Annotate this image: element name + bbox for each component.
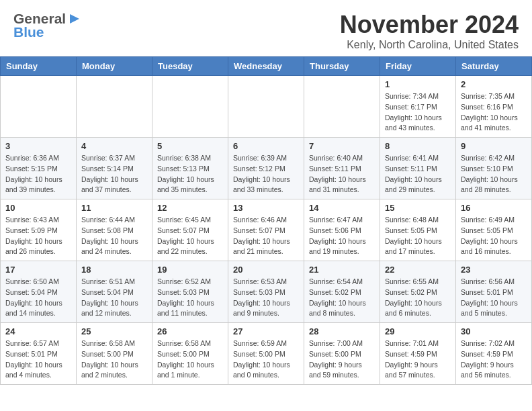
day-number: 30 <box>461 326 527 336</box>
day-info: Sunrise: 6:38 AM Sunset: 5:13 PM Dayligh… <box>157 153 223 195</box>
day-number: 13 <box>233 203 299 213</box>
logo-blue: Blue <box>13 24 44 40</box>
weekday-header: Thursday <box>304 57 380 76</box>
calendar-cell: 23Sunrise: 6:56 AM Sunset: 5:01 PM Dayli… <box>456 261 532 323</box>
day-info: Sunrise: 6:47 AM Sunset: 5:06 PM Dayligh… <box>309 215 375 257</box>
calendar-cell: 27Sunrise: 6:59 AM Sunset: 5:00 PM Dayli… <box>228 323 304 385</box>
calendar-cell: 28Sunrise: 7:00 AM Sunset: 5:00 PM Dayli… <box>304 323 380 385</box>
calendar-cell: 25Sunrise: 6:58 AM Sunset: 5:00 PM Dayli… <box>77 323 152 385</box>
day-info: Sunrise: 7:01 AM Sunset: 4:59 PM Dayligh… <box>385 338 451 381</box>
day-number: 21 <box>309 265 375 275</box>
logo-arrow-icon <box>67 11 82 26</box>
calendar-cell: 19Sunrise: 6:52 AM Sunset: 5:03 PM Dayli… <box>152 261 228 323</box>
day-number: 20 <box>233 265 299 275</box>
day-info: Sunrise: 6:48 AM Sunset: 5:05 PM Dayligh… <box>385 215 451 257</box>
day-info: Sunrise: 6:49 AM Sunset: 5:05 PM Dayligh… <box>461 215 527 257</box>
day-number: 3 <box>5 141 71 151</box>
calendar-week-row: 17Sunrise: 6:50 AM Sunset: 5:04 PM Dayli… <box>1 261 532 323</box>
day-number: 22 <box>385 265 451 275</box>
day-number: 15 <box>385 203 451 213</box>
calendar-week-row: 1Sunrise: 7:34 AM Sunset: 6:17 PM Daylig… <box>1 76 532 138</box>
day-number: 26 <box>157 326 223 336</box>
day-number: 18 <box>81 265 147 275</box>
calendar-cell <box>152 76 228 138</box>
day-number: 4 <box>81 141 147 151</box>
month-title: November 2024 <box>340 11 519 39</box>
day-number: 11 <box>81 203 147 213</box>
calendar-cell: 3Sunrise: 6:36 AM Sunset: 5:15 PM Daylig… <box>1 138 77 199</box>
weekday-header: Saturday <box>456 57 532 76</box>
day-number: 10 <box>5 203 71 213</box>
weekday-header: Monday <box>77 57 152 76</box>
calendar-cell <box>1 76 77 138</box>
calendar-cell: 2Sunrise: 7:35 AM Sunset: 6:16 PM Daylig… <box>456 76 532 138</box>
day-info: Sunrise: 6:45 AM Sunset: 5:07 PM Dayligh… <box>157 215 223 257</box>
day-info: Sunrise: 6:46 AM Sunset: 5:07 PM Dayligh… <box>233 215 299 257</box>
day-number: 7 <box>309 141 375 151</box>
calendar-cell: 21Sunrise: 6:54 AM Sunset: 5:02 PM Dayli… <box>304 261 380 323</box>
day-number: 14 <box>309 203 375 213</box>
calendar-cell: 5Sunrise: 6:38 AM Sunset: 5:13 PM Daylig… <box>152 138 228 199</box>
day-info: Sunrise: 6:42 AM Sunset: 5:10 PM Dayligh… <box>461 153 527 195</box>
calendar-week-row: 10Sunrise: 6:43 AM Sunset: 5:09 PM Dayli… <box>1 199 532 261</box>
location-subtitle: Kenly, North Carolina, United States <box>340 39 519 51</box>
calendar-week-row: 3Sunrise: 6:36 AM Sunset: 5:15 PM Daylig… <box>1 138 532 199</box>
svg-marker-0 <box>70 14 79 24</box>
day-info: Sunrise: 6:56 AM Sunset: 5:01 PM Dayligh… <box>461 277 527 319</box>
calendar-cell: 30Sunrise: 7:02 AM Sunset: 4:59 PM Dayli… <box>456 323 532 385</box>
day-number: 25 <box>81 326 147 336</box>
day-info: Sunrise: 6:51 AM Sunset: 5:04 PM Dayligh… <box>81 277 147 319</box>
day-number: 2 <box>461 79 527 89</box>
day-number: 16 <box>461 203 527 213</box>
calendar-cell: 18Sunrise: 6:51 AM Sunset: 5:04 PM Dayli… <box>77 261 152 323</box>
day-number: 24 <box>5 326 71 336</box>
calendar-cell: 13Sunrise: 6:46 AM Sunset: 5:07 PM Dayli… <box>228 199 304 261</box>
day-number: 29 <box>385 326 451 336</box>
calendar-cell: 29Sunrise: 7:01 AM Sunset: 4:59 PM Dayli… <box>380 323 456 385</box>
day-number: 5 <box>157 141 223 151</box>
day-number: 8 <box>385 141 451 151</box>
calendar-table: SundayMondayTuesdayWednesdayThursdayFrid… <box>0 56 532 385</box>
weekday-header: Sunday <box>1 57 77 76</box>
day-number: 28 <box>309 326 375 336</box>
day-info: Sunrise: 6:37 AM Sunset: 5:14 PM Dayligh… <box>81 153 147 195</box>
page-header: General Blue November 2024 Kenly, North … <box>0 0 532 56</box>
title-block: November 2024 Kenly, North Carolina, Uni… <box>340 11 519 51</box>
day-info: Sunrise: 6:40 AM Sunset: 5:11 PM Dayligh… <box>309 153 375 195</box>
day-info: Sunrise: 6:43 AM Sunset: 5:09 PM Dayligh… <box>5 215 71 257</box>
calendar-cell <box>77 76 152 138</box>
weekday-header: Wednesday <box>228 57 304 76</box>
calendar-cell: 9Sunrise: 6:42 AM Sunset: 5:10 PM Daylig… <box>456 138 532 199</box>
day-number: 19 <box>157 265 223 275</box>
day-number: 9 <box>461 141 527 151</box>
day-info: Sunrise: 6:50 AM Sunset: 5:04 PM Dayligh… <box>5 277 71 319</box>
calendar-header-row: SundayMondayTuesdayWednesdayThursdayFrid… <box>1 57 532 76</box>
calendar-cell: 7Sunrise: 6:40 AM Sunset: 5:11 PM Daylig… <box>304 138 380 199</box>
day-info: Sunrise: 7:02 AM Sunset: 4:59 PM Dayligh… <box>461 338 527 381</box>
calendar-cell: 16Sunrise: 6:49 AM Sunset: 5:05 PM Dayli… <box>456 199 532 261</box>
day-number: 6 <box>233 141 299 151</box>
logo: General Blue <box>13 11 82 40</box>
day-info: Sunrise: 6:58 AM Sunset: 5:00 PM Dayligh… <box>81 338 147 381</box>
day-info: Sunrise: 6:57 AM Sunset: 5:01 PM Dayligh… <box>5 338 71 381</box>
calendar-cell: 4Sunrise: 6:37 AM Sunset: 5:14 PM Daylig… <box>77 138 152 199</box>
day-info: Sunrise: 7:35 AM Sunset: 6:16 PM Dayligh… <box>461 91 527 134</box>
day-number: 1 <box>385 79 451 89</box>
day-info: Sunrise: 6:54 AM Sunset: 5:02 PM Dayligh… <box>309 277 375 319</box>
calendar-cell: 26Sunrise: 6:58 AM Sunset: 5:00 PM Dayli… <box>152 323 228 385</box>
calendar-cell <box>304 76 380 138</box>
day-number: 23 <box>461 265 527 275</box>
day-info: Sunrise: 6:59 AM Sunset: 5:00 PM Dayligh… <box>233 338 299 381</box>
calendar-cell: 24Sunrise: 6:57 AM Sunset: 5:01 PM Dayli… <box>1 323 77 385</box>
calendar-cell: 12Sunrise: 6:45 AM Sunset: 5:07 PM Dayli… <box>152 199 228 261</box>
day-info: Sunrise: 6:52 AM Sunset: 5:03 PM Dayligh… <box>157 277 223 319</box>
calendar-cell: 20Sunrise: 6:53 AM Sunset: 5:03 PM Dayli… <box>228 261 304 323</box>
calendar-cell: 8Sunrise: 6:41 AM Sunset: 5:11 PM Daylig… <box>380 138 456 199</box>
calendar-cell <box>228 76 304 138</box>
weekday-header: Tuesday <box>152 57 228 76</box>
calendar-cell: 11Sunrise: 6:44 AM Sunset: 5:08 PM Dayli… <box>77 199 152 261</box>
calendar-cell: 15Sunrise: 6:48 AM Sunset: 5:05 PM Dayli… <box>380 199 456 261</box>
calendar-cell: 1Sunrise: 7:34 AM Sunset: 6:17 PM Daylig… <box>380 76 456 138</box>
day-info: Sunrise: 6:55 AM Sunset: 5:02 PM Dayligh… <box>385 277 451 319</box>
calendar-cell: 14Sunrise: 6:47 AM Sunset: 5:06 PM Dayli… <box>304 199 380 261</box>
